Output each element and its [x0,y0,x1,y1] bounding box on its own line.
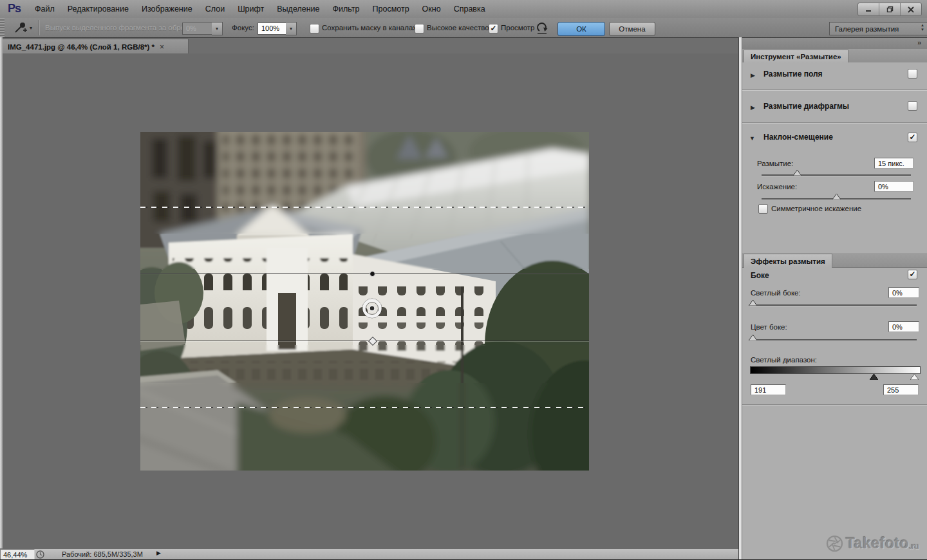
cancel-button[interactable]: Отмена [609,22,655,36]
save-mask-label[interactable]: Сохранить маску в каналах [322,24,417,32]
light-bokeh-field[interactable]: 0% [888,287,919,298]
status-menu-arrow-icon[interactable]: ▶ [156,550,161,556]
scratch-size-status[interactable]: Рабочий: 685,5М/335,3М [62,550,143,558]
menu-filter[interactable]: Фильтр [326,5,366,14]
bokeh-label[interactable]: Боке [751,271,769,280]
preview-checkbox[interactable]: ✓ [489,24,498,33]
workspace-value: Галерея размытия [835,25,899,33]
blur-effects-tab[interactable]: Эффекты размытия [744,254,832,268]
light-range-high-field[interactable]: 255 [883,384,919,395]
blur-tools-tab[interactable]: Инструмент «Размытие» [744,50,848,63]
check-icon: ✓ [908,270,917,278]
distortion-slider-thumb[interactable] [832,194,841,200]
bokeh-color-slider-thumb[interactable] [749,335,757,341]
window-controls [857,3,922,16]
aperture-logo-icon [826,535,843,552]
symmetric-distortion-label[interactable]: Симметричное искажение [771,205,861,212]
menu-help[interactable]: Справка [447,5,492,14]
check-icon: ✓ [489,24,498,32]
blur-effects-panel [742,268,927,548]
focus-label: Фокус: [232,24,254,32]
tilt-shift-label[interactable]: Наклон-смещение [763,133,833,142]
blur-pin-tool-icon[interactable] [14,21,28,34]
focus-dropdown-button[interactable]: ▾ [286,22,297,35]
menu-select[interactable]: Выделение [270,5,326,14]
document-tab-title: IMG_4471.jpg @ 46,4% (Слой 1, RGB/8*) * [8,43,154,51]
blur-amount-label: Размытие: [757,160,793,167]
minimize-icon [865,6,872,13]
light-bokeh-slider[interactable] [750,304,917,306]
options-bar-grip[interactable] [0,18,5,37]
tool-dropdown-icon[interactable]: ▾ [30,25,32,31]
zoom-level-field[interactable]: 46,44% [0,549,35,560]
document-close-icon[interactable]: × [160,42,164,51]
tilt-shift-focus-line-top[interactable] [140,273,589,274]
iris-blur-label[interactable]: Размытие диафрагмы [763,102,849,111]
panel-divider [742,122,927,124]
high-quality-checkbox[interactable]: ✓ [415,24,424,33]
ok-button[interactable]: ОК [557,22,605,36]
check-icon: ✓ [908,133,917,141]
field-blur-label[interactable]: Размытие поля [763,70,823,79]
iris-blur-checkbox[interactable]: ✓ [908,101,917,111]
menu-edit[interactable]: Редактирование [61,5,135,14]
light-range-low-thumb[interactable] [870,374,878,380]
distortion-field[interactable]: 0% [874,181,913,192]
reset-icon[interactable] [535,21,549,35]
menu-file[interactable]: Файл [28,5,61,14]
left-edge-strip [0,37,3,548]
save-mask-checkbox[interactable]: ✓ [310,24,319,33]
field-blur-checkbox[interactable]: ✓ [908,69,917,79]
focus-field[interactable]: 100% [258,23,289,35]
light-range-high-thumb[interactable] [910,374,919,380]
tilt-shift-checkbox[interactable]: ✓ [908,133,917,142]
field-blur-disclosure-icon[interactable]: ▶ [751,72,755,79]
spin-up-icon: ▲ [921,23,924,28]
close-button[interactable] [901,3,921,15]
spin-down-icon: ▼ [921,28,924,32]
document-tab[interactable]: IMG_4471.jpg @ 46,4% (Слой 1, RGB/8*) * … [2,39,189,54]
high-quality-label[interactable]: Высокое качество [427,24,489,32]
tilt-shift-feather-line-bottom[interactable] [140,407,589,408]
status-clock-icon[interactable] [36,550,44,559]
tilt-shift-focus-line-bottom[interactable] [140,341,589,341]
watermark-tld: .ru [909,542,919,551]
light-bokeh-slider-thumb[interactable] [749,300,757,306]
light-bokeh-label: Светлый боке: [751,289,801,297]
options-separator [39,20,39,35]
bleed-dropdown-button: ▾ [212,22,223,35]
bleed-field: 0% [182,23,215,35]
menu-layers[interactable]: Слои [199,5,231,14]
takefoto-watermark: Takefoto .ru [826,535,919,552]
tilt-shift-rotate-handle[interactable] [370,271,375,277]
collapse-panels-icon[interactable]: ›› [917,39,921,46]
blur-amount-field[interactable]: 15 пикс. [874,158,913,169]
menu-window[interactable]: Окно [416,5,447,14]
blur-amount-slider[interactable] [762,174,911,176]
light-range-gradient-bar[interactable] [750,366,921,374]
blur-pin[interactable] [358,294,386,322]
dropdown-icon: ▾ [290,26,292,32]
minimize-button[interactable] [858,3,879,15]
bokeh-color-field[interactable]: 0% [888,321,919,332]
photoshop-window: Ps Файл Редактирование Изображение Слои … [0,0,927,560]
restore-button[interactable] [879,3,901,15]
menu-type[interactable]: Шрифт [231,5,270,14]
light-range-low-field[interactable]: 191 [751,384,786,395]
bokeh-checkbox[interactable]: ✓ [908,270,917,279]
workspace-select[interactable]: Галерея размытия ▲ ▼ [829,22,927,35]
preview-label[interactable]: Просмотр [501,24,535,32]
symmetric-distortion-checkbox[interactable]: ✓ [758,204,768,214]
workspace-spin-icon: ▲ ▼ [921,23,924,32]
restore-icon [886,6,894,13]
menu-image[interactable]: Изображение [135,5,199,14]
blur-amount-slider-thumb[interactable] [793,170,801,176]
bleed-label: Выпуск выделенного фрагмента за обрез: [45,24,190,32]
tilt-shift-disclosure-icon[interactable]: ▼ [749,135,755,142]
menu-view[interactable]: Просмотр [366,5,416,14]
panel-dock-header [742,37,927,50]
tilt-shift-feather-line-top[interactable] [140,207,589,208]
bokeh-color-slider[interactable] [750,339,917,341]
cancel-label: Отмена [619,25,645,33]
iris-blur-disclosure-icon[interactable]: ▶ [751,104,755,111]
